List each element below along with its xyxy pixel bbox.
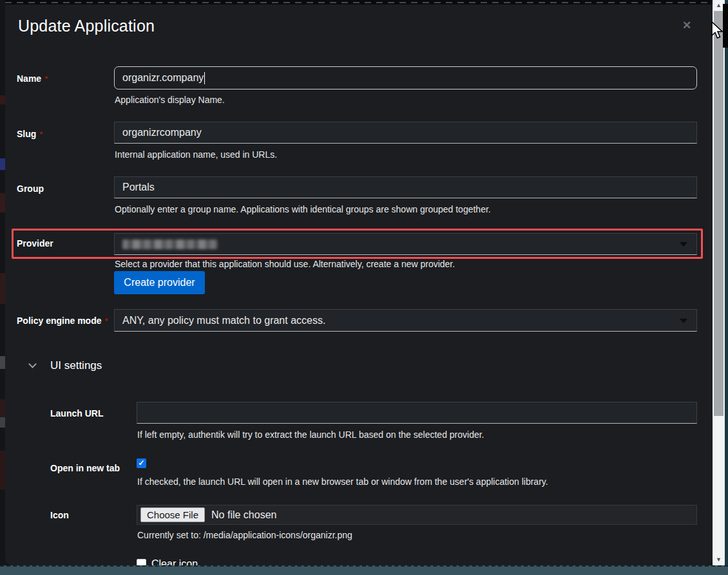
chevron-down-icon [680, 242, 687, 247]
icon-help: Currently set to: /media/application-ico… [137, 530, 352, 540]
background-fragment [0, 417, 5, 428]
launch-url-label: Launch URL [50, 408, 103, 419]
scrollbar[interactable]: ▲ ▼ [713, 0, 725, 565]
launch-url-input[interactable] [137, 402, 697, 424]
slug-label: Slug* [17, 129, 43, 139]
required-asterisk: * [104, 316, 108, 326]
open-in-new-tab-label: Open in new tab [50, 463, 120, 473]
window-bottom-edge [0, 565, 728, 575]
close-icon[interactable]: ✕ [682, 19, 691, 32]
window-right-edge [725, 0, 728, 575]
policy-engine-mode-label: Policy engine mode* [17, 316, 108, 326]
group-label: Group [17, 184, 44, 194]
chevron-down-icon[interactable] [28, 360, 37, 368]
chevron-down-icon [680, 319, 687, 323]
open-in-new-tab-checkbox[interactable]: ✓ [137, 458, 146, 468]
clear-icon-label: Clear icon [151, 558, 198, 565]
icon-file-input[interactable]: Choose File No file chosen [137, 505, 697, 525]
name-input[interactable]: organizr.company [114, 66, 697, 90]
slug-help: Internal application name, used in URLs. [115, 149, 277, 160]
provider-value-redacted [122, 240, 218, 249]
modal-title: Update Application [18, 17, 155, 35]
group-help: Optionally enter a group name. Applicati… [115, 204, 491, 214]
slug-input[interactable]: organizrcompany [114, 122, 697, 144]
screen: Update Application ✕ Name* organizr.comp… [0, 0, 728, 575]
background-fragment [0, 158, 5, 170]
policy-engine-mode-select[interactable]: ANY, any policy must match to grant acce… [114, 309, 697, 332]
launch-url-help: If left empty, authentik will try to ext… [137, 429, 484, 440]
window-right-notch [723, 4, 728, 48]
background-page-sliver [0, 0, 5, 565]
scroll-down-icon[interactable]: ▼ [713, 554, 725, 565]
required-asterisk: * [44, 74, 48, 84]
group-input[interactable]: Portals [114, 176, 697, 198]
text-cursor [204, 72, 205, 84]
icon-label: Icon [50, 510, 69, 520]
scrollbar-thumb[interactable] [714, 11, 723, 416]
required-asterisk: * [39, 129, 43, 139]
background-fragment [0, 451, 5, 489]
background-fragment [0, 399, 5, 417]
checkmark-icon: ✓ [138, 458, 144, 467]
provider-help: Select a provider that this application … [115, 259, 455, 269]
modal-top-gap [5, 0, 713, 5]
provider-select[interactable] [114, 233, 697, 255]
provider-label: Provider [17, 238, 53, 249]
file-chosen-status: No file chosen [211, 509, 276, 521]
background-fragment [0, 95, 5, 104]
choose-file-button[interactable]: Choose File [140, 507, 205, 522]
section-ui-settings[interactable]: UI settings [50, 359, 102, 372]
background-fragment [0, 356, 5, 369]
create-provider-button[interactable]: Create provider [114, 271, 205, 294]
name-label: Name* [17, 73, 48, 84]
name-help: Application's display Name. [115, 95, 225, 105]
update-application-modal: Update Application ✕ Name* organizr.comp… [5, 5, 713, 565]
open-in-new-tab-help: If checked, the launch URL will open in … [137, 476, 548, 487]
background-fragment [0, 273, 5, 304]
background-fragment [0, 193, 5, 212]
clear-icon-checkbox[interactable] [137, 559, 146, 565]
